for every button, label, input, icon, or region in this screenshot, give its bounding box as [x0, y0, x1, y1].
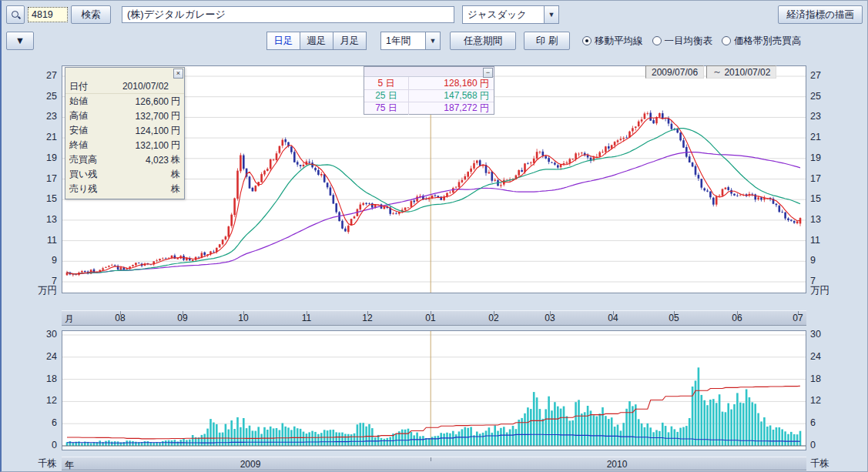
month-tick-label: 12 [357, 313, 378, 323]
date-range-to[interactable]: ～ 2010/07/02 [706, 65, 776, 79]
overlay-radio-group: 移動平均線 一目均衡表 価格帯別売買高 [573, 35, 802, 48]
minimize-icon[interactable]: − [483, 68, 493, 78]
year-axis-strip: 年 20092010 [62, 457, 806, 470]
search-button[interactable]: 検索 [71, 5, 111, 24]
year-boundary-tick [431, 457, 431, 461]
axis-tick-label: 6 [810, 417, 833, 428]
axis-tick-label: 19 [810, 152, 833, 163]
print-button[interactable]: 印 刷 [524, 32, 570, 50]
period-select: 1年間 ▼ [380, 32, 441, 50]
axis-tick-label: 万円 [810, 284, 833, 297]
symbol-search-icon-button[interactable] [6, 5, 25, 24]
axis-tick-label: 23 [810, 111, 833, 122]
axis-tick-label: 24 [34, 351, 57, 362]
date-range-separator: ～ [712, 65, 722, 79]
axis-tick-label: 23 [34, 111, 57, 122]
tab-weekly[interactable]: 週足 [300, 32, 333, 50]
radio-label: 移動平均線 [595, 35, 643, 48]
ma-label: 5 日 [364, 77, 409, 90]
axis-tick-label: 千株 [34, 457, 57, 470]
axis-tick-label: 9 [810, 255, 833, 266]
quote-value: 132,100 [112, 140, 169, 151]
quote-row-volume: 売買高4,023株 [65, 152, 184, 167]
economic-indicator-button[interactable]: 経済指標の描画 [778, 5, 863, 24]
ma-value: 128,160 円 [409, 77, 494, 90]
radio-ichimoku[interactable]: 一目均衡表 [652, 35, 713, 48]
ma-legend-row-75d: 75 日187,272 円 [364, 102, 494, 114]
radio-label: 価格帯別売買高 [734, 35, 802, 48]
axis-tick-label: 18 [34, 373, 57, 384]
custom-period-button[interactable]: 任意期間 [450, 32, 516, 50]
axis-tick-label: 0 [810, 440, 833, 450]
month-tick-label: 10 [233, 313, 254, 323]
quote-unit: 円 [169, 109, 180, 122]
ma-label: 75 日 [364, 102, 409, 115]
quote-unit: 株 [169, 153, 180, 166]
stock-name-input[interactable] [122, 6, 454, 23]
quote-row-low: 安値124,100円 [65, 123, 184, 138]
market-select-value: ジャスダック [462, 5, 544, 24]
axis-tick-label: 0 [34, 440, 57, 450]
quote-label: 安値 [69, 124, 112, 137]
market-dropdown-button[interactable]: ▼ [544, 5, 559, 24]
month-tick-label: 06 [726, 313, 748, 323]
quote-label: 売買高 [69, 153, 112, 166]
radio-label: 一目均衡表 [665, 35, 713, 48]
axis-tick-label: 9 [34, 255, 57, 266]
axis-tick-label: 24 [810, 351, 833, 362]
tab-monthly[interactable]: 月足 [333, 32, 367, 50]
quote-unit: 円 [169, 139, 180, 152]
axis-tick-label: 30 [810, 329, 833, 340]
stock-chart-app: 検索 ジャスダック ▼ 経済指標の描画 ▼ 日足 週足 月足 1年間 ▼ 任意期… [0, 0, 868, 472]
quote-unit: 円 [169, 95, 180, 108]
quote-row-high: 高値132,700円 [65, 109, 184, 123]
quote-label: 日付 [69, 80, 112, 93]
quote-unit: 株 [169, 182, 180, 196]
stock-code-input[interactable] [28, 7, 68, 22]
quote-row-close: 終値132,100円 [65, 138, 184, 152]
month-tick-label: 02 [483, 313, 504, 323]
market-select: ジャスダック ▼ [462, 5, 559, 24]
ma-legend-row-5d: 5 日128,160 円 [364, 77, 494, 89]
quote-row-margin-sell: 売り残株 [65, 182, 184, 196]
axis-tick-label: 13 [810, 214, 833, 225]
axis-tick-label: 17 [810, 173, 833, 184]
axis-tick-label: 27 [810, 70, 833, 81]
tab-daily[interactable]: 日足 [266, 32, 300, 50]
timeframe-tabs: 日足 週足 月足 [266, 32, 367, 50]
radio-volume-by-price[interactable]: 価格帯別売買高 [722, 35, 802, 48]
year-tick-label: 2009 [236, 459, 264, 470]
axis-tick-label: 27 [34, 70, 57, 81]
month-tick-label: 04 [602, 313, 624, 323]
chevron-down-icon: ▼ [430, 37, 437, 45]
quote-label: 売り残 [69, 182, 112, 196]
axis-tick-label: 12 [34, 395, 57, 406]
radio-moving-average[interactable]: 移動平均線 [582, 35, 643, 48]
axis-tick-label: 25 [810, 91, 833, 102]
year-axis-label: 年 [65, 459, 74, 472]
volume-chart[interactable] [62, 330, 806, 450]
axis-tick-label: 30 [34, 329, 57, 340]
radio-icon [582, 36, 592, 45]
axis-tick-label: 15 [34, 193, 57, 204]
period-select-value: 1年間 [380, 32, 425, 50]
quote-value: 124,100 [112, 126, 169, 136]
month-tick-label: 08 [109, 313, 131, 323]
period-dropdown-button[interactable]: ▼ [425, 32, 441, 50]
date-range-from[interactable]: 2009/07/06 [645, 65, 704, 79]
ma-legend-row-25d: 25 日147,568 円 [364, 89, 494, 102]
left-dropdown-button[interactable]: ▼ [6, 32, 34, 50]
month-axis-strip: 月 080910111201020304050607 [62, 310, 806, 326]
quote-info-header: × [65, 68, 184, 79]
quote-label: 高値 [69, 109, 112, 122]
date-range-display: 2009/07/06 ～ 2010/07/02 [645, 65, 776, 79]
axis-tick-label: 千株 [810, 457, 833, 470]
axis-tick-label: 15 [810, 193, 833, 204]
quote-value: 2010/07/02 [112, 81, 169, 92]
close-icon[interactable]: × [173, 69, 183, 79]
axis-tick-label: 19 [34, 152, 57, 163]
date-range-to-value: 2010/07/02 [724, 67, 770, 78]
quote-label: 買い残 [69, 168, 112, 181]
toolbar-row-1: 検索 ジャスダック ▼ 経済指標の描画 [6, 4, 863, 25]
chevron-down-icon: ▼ [15, 35, 25, 46]
